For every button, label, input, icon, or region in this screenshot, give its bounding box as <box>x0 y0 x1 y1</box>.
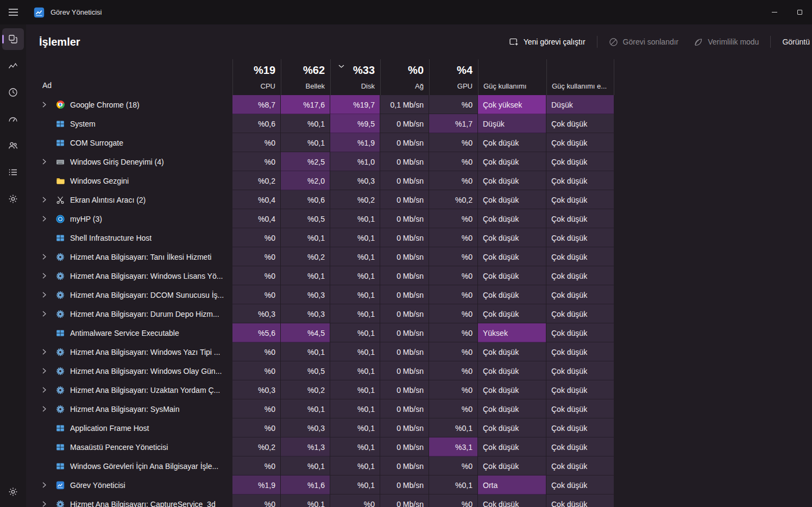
process-name-cell[interactable]: Google Chrome (18) <box>26 95 232 114</box>
table-row[interactable]: Google Chrome (18)%8,7%17,6%19,70,1 Mb/s… <box>26 95 812 114</box>
power-usage-trend-cell: Çok düşük <box>546 152 614 171</box>
expand-chevron-icon[interactable] <box>42 102 56 108</box>
expand-chevron-icon[interactable] <box>42 368 56 374</box>
process-name-cell[interactable]: myHP (3) <box>26 209 232 228</box>
process-name-cell[interactable]: Görev Yöneticisi <box>26 475 232 495</box>
process-name-cell[interactable]: COM Surrogate <box>26 133 232 152</box>
table-row[interactable]: Antimalware Service Executable%5,6%4,5%0… <box>26 323 812 342</box>
column-header-power-usage[interactable]: Güç kullanımı <box>478 59 546 95</box>
table-row[interactable]: Hizmet Ana Bilgisayarı: Windows Olay Gün… <box>26 361 812 380</box>
column-header-cpu[interactable]: %19 CPU <box>232 59 281 95</box>
table-row[interactable]: Hizmet Ana Bilgisayarı: Durum Depo Hizm.… <box>26 304 812 323</box>
sidebar-item-users[interactable] <box>2 135 24 157</box>
efficiency-mode-button[interactable]: Verimlilik modu <box>686 32 766 52</box>
table-row[interactable]: Hizmet Ana Bilgisayarı: Uzaktan Yordam Ç… <box>26 380 812 399</box>
hamburger-menu-button[interactable] <box>0 0 26 24</box>
column-header-network[interactable]: %0 Ağ <box>380 59 429 95</box>
expand-chevron-icon[interactable] <box>42 311 56 317</box>
expand-chevron-icon[interactable] <box>42 159 56 165</box>
process-name-cell[interactable]: Hizmet Ana Bilgisayarı: Windows Yazı Tip… <box>26 342 232 361</box>
process-name: Görev Yöneticisi <box>70 481 125 490</box>
disk-cell: %0,1 <box>330 437 380 456</box>
process-name-cell[interactable]: Hizmet Ana Bilgisayarı: CaptureService_3… <box>26 495 232 507</box>
memory-cell: %0,3 <box>281 285 330 304</box>
end-task-button[interactable]: Görevi sonlandır <box>601 32 687 52</box>
run-new-task-button[interactable]: Yeni görevi çalıştır <box>502 32 593 52</box>
table-row[interactable]: Windows Giriş Deneyimi (4)%0%2,5%1,00 Mb… <box>26 152 812 171</box>
process-name-cell[interactable]: Hizmet Ana Bilgisayarı: Tanı İlkesi Hizm… <box>26 247 232 266</box>
expand-chevron-icon[interactable] <box>42 273 56 279</box>
table-row[interactable]: Ekran Alıntısı Aracı (2)%0,4%0,6%0,20 Mb… <box>26 190 812 209</box>
sidebar-item-startup-apps[interactable] <box>2 108 24 130</box>
view-button[interactable]: Görüntü <box>775 32 812 52</box>
table-row[interactable]: Shell Infrastructure Host%0%0,1%0,10 Mb/… <box>26 228 812 247</box>
expand-chevron-icon[interactable] <box>42 197 56 203</box>
row-filler <box>614 456 812 475</box>
table-row[interactable]: Hizmet Ana Bilgisayarı: Windows Lisans Y… <box>26 266 812 285</box>
expand-chevron-icon[interactable] <box>42 482 56 488</box>
process-name-cell[interactable]: Hizmet Ana Bilgisayarı: Uzaktan Yordam Ç… <box>26 380 232 399</box>
process-name-cell[interactable]: Application Frame Host <box>26 418 232 437</box>
sidebar-item-settings[interactable] <box>2 481 24 503</box>
process-name: Hizmet Ana Bilgisayarı: CaptureService_3… <box>70 500 216 507</box>
expand-chevron-icon[interactable] <box>42 349 56 355</box>
power-usage-trend-cell: Çok düşük <box>546 285 614 304</box>
end-task-icon <box>609 37 618 47</box>
column-header-gpu[interactable]: %4 GPU <box>429 59 478 95</box>
table-row[interactable]: Masaüstü Pencere Yöneticisi%0,2%1,3%0,10… <box>26 437 812 456</box>
power-usage-cell: Çok düşük <box>478 133 546 152</box>
expand-chevron-icon[interactable] <box>42 254 56 260</box>
sidebar-item-services[interactable] <box>2 188 24 210</box>
power-usage-trend-cell: Çok düşük <box>546 475 614 495</box>
column-header-memory[interactable]: %62 Bellek <box>281 59 330 95</box>
table-row[interactable]: Hizmet Ana Bilgisayarı: DCOM Sunucusu İş… <box>26 285 812 304</box>
table-row[interactable]: Hizmet Ana Bilgisayarı: SysMain%0%0,1%0,… <box>26 399 812 418</box>
process-name-cell[interactable]: Hizmet Ana Bilgisayarı: Windows Olay Gün… <box>26 361 232 380</box>
process-name-cell[interactable]: Windows Giriş Deneyimi (4) <box>26 152 232 171</box>
expand-chevron-icon[interactable] <box>42 292 56 298</box>
table-row[interactable]: Hizmet Ana Bilgisayarı: Tanı İlkesi Hizm… <box>26 247 812 266</box>
sidebar-item-processes[interactable] <box>2 28 24 50</box>
table-row[interactable]: Görev Yöneticisi%1,9%1,6%0,10 Mb/sn%0,1O… <box>26 475 812 495</box>
column-header-disk[interactable]: %33 Disk <box>330 59 380 95</box>
process-name-cell[interactable]: Windows Görevleri İçin Ana Bilgisayar İş… <box>26 456 232 475</box>
process-name-cell[interactable]: Windows Gezgini <box>26 171 232 190</box>
process-name-cell[interactable]: Hizmet Ana Bilgisayarı: Windows Lisans Y… <box>26 266 232 285</box>
table-row[interactable]: Windows Gezgini%0,2%2,0%0,30 Mb/sn%0Çok … <box>26 171 812 190</box>
power-usage-trend-cell: Çok düşük <box>546 171 614 190</box>
process-name-cell[interactable]: Antimalware Service Executable <box>26 323 232 342</box>
table-row[interactable]: Hizmet Ana Bilgisayarı: CaptureService_3… <box>26 495 812 507</box>
sidebar-item-performance[interactable] <box>2 55 24 77</box>
process-name-cell[interactable]: Hizmet Ana Bilgisayarı: SysMain <box>26 399 232 418</box>
network-cell: 0 Mb/sn <box>380 475 429 495</box>
cpu-total: %19 <box>254 64 275 77</box>
process-name-cell[interactable]: Ekran Alıntısı Aracı (2) <box>26 190 232 209</box>
column-header-name[interactable]: Ad <box>26 59 232 95</box>
expand-chevron-icon[interactable] <box>42 387 56 393</box>
maximize-button[interactable] <box>787 0 812 24</box>
users-icon <box>8 141 18 151</box>
table-row[interactable]: System%0,6%0,1%9,50 Mb/sn%1,7DüşükÇok dü… <box>26 114 812 133</box>
process-name-cell[interactable]: Masaüstü Pencere Yöneticisi <box>26 437 232 456</box>
network-cell: 0 Mb/sn <box>380 399 429 418</box>
process-name-cell[interactable]: Hizmet Ana Bilgisayarı: Durum Depo Hizm.… <box>26 304 232 323</box>
table-row[interactable]: Application Frame Host%0%0,3%0,10 Mb/sn%… <box>26 418 812 437</box>
table-row[interactable]: Hizmet Ana Bilgisayarı: Windows Yazı Tip… <box>26 342 812 361</box>
process-name-cell[interactable]: Hizmet Ana Bilgisayarı: DCOM Sunucusu İş… <box>26 285 232 304</box>
column-header-power-usage-trend[interactable]: Güç kullanımı e... <box>546 59 614 95</box>
expand-chevron-icon[interactable] <box>42 406 56 412</box>
sidebar-item-details[interactable] <box>2 161 24 183</box>
expand-chevron-icon[interactable] <box>42 501 56 507</box>
maximize-icon <box>797 10 802 15</box>
table-row[interactable]: COM Surrogate%0%0,1%1,90 Mb/sn%0Çok düşü… <box>26 133 812 152</box>
process-name: Hizmet Ana Bilgisayarı: Tanı İlkesi Hizm… <box>70 253 211 261</box>
power-usage-cell: Çok düşük <box>478 495 546 507</box>
table-row[interactable]: Windows Görevleri İçin Ana Bilgisayar İş… <box>26 456 812 475</box>
table-row[interactable]: myHP (3)%0,4%0,5%0,10 Mb/sn%0Çok düşükÇo… <box>26 209 812 228</box>
process-name: COM Surrogate <box>70 139 123 147</box>
process-name-cell[interactable]: Shell Infrastructure Host <box>26 228 232 247</box>
process-name-cell[interactable]: System <box>26 114 232 133</box>
minimize-button[interactable] <box>762 0 787 24</box>
sidebar-item-app-history[interactable] <box>2 82 24 103</box>
expand-chevron-icon[interactable] <box>42 216 56 222</box>
